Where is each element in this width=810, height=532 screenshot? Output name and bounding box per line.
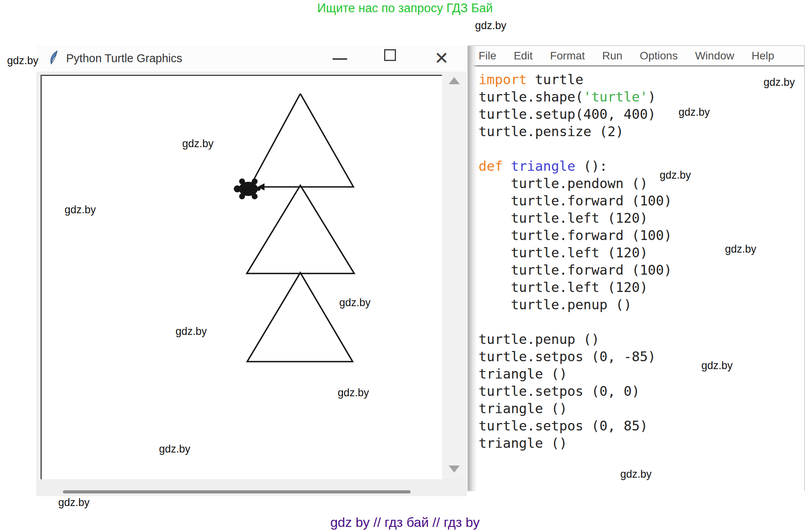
scroll-down-icon[interactable] bbox=[449, 466, 460, 473]
code-line: turtle.forward (100) bbox=[479, 227, 804, 244]
code-line bbox=[479, 313, 804, 331]
tk-feather-icon bbox=[48, 50, 60, 65]
turtle-canvas bbox=[41, 75, 443, 479]
scroll-up-icon[interactable] bbox=[449, 77, 460, 84]
turtle-graphics-window: Python Turtle Graphics ✕ bbox=[36, 45, 467, 496]
close-button[interactable]: ✕ bbox=[432, 46, 451, 71]
menu-file[interactable]: File bbox=[479, 50, 496, 62]
code-line: turtle.pensize (2) bbox=[479, 123, 804, 140]
watermark: gdz.by bbox=[7, 55, 39, 67]
idle-menubar: FileEditFormatRunOptionsWindowHelp bbox=[468, 46, 804, 66]
maximize-button[interactable] bbox=[384, 49, 396, 61]
code-line: def triangle (): bbox=[479, 157, 804, 175]
screen: Ищите нас по запросу ГДЗ Бай Python Turt… bbox=[0, 0, 810, 532]
code-line: turtle.left (120) bbox=[479, 209, 804, 227]
code-line: turtle.shape('turtle') bbox=[479, 88, 804, 105]
code-line: import turtle bbox=[479, 71, 804, 88]
watermark: gdz.by bbox=[475, 20, 507, 32]
code-line: turtle.forward (100) bbox=[479, 192, 804, 209]
page-title: Ищите нас по запросу ГДЗ Бай bbox=[0, 1, 810, 15]
code-line: turtle.left (120) bbox=[479, 279, 804, 296]
code-line: turtle.setpos (0, -85) bbox=[479, 348, 804, 365]
turtle-canvas-svg bbox=[42, 76, 443, 479]
turtle-window-titlebar[interactable]: Python Turtle Graphics ✕ bbox=[36, 45, 467, 72]
code-line: turtle.setpos (0, 85) bbox=[479, 417, 804, 434]
window-title: Python Turtle Graphics bbox=[66, 45, 182, 72]
code-line bbox=[479, 140, 804, 157]
vertical-scrollbar[interactable] bbox=[442, 72, 467, 478]
minimize-button[interactable] bbox=[333, 58, 347, 60]
code-line: turtle.penup () bbox=[479, 331, 804, 348]
code-line: turtle.left (120) bbox=[479, 244, 804, 261]
code-area[interactable]: import turtleturtle.shape('turtle')turtl… bbox=[468, 68, 804, 491]
code-line: turtle.pendown () bbox=[479, 175, 804, 192]
watermark: gdz.by bbox=[58, 497, 90, 509]
code-line: turtle.penup () bbox=[479, 296, 804, 313]
code-line: triangle () bbox=[479, 434, 804, 452]
window-edge-shadow bbox=[468, 46, 477, 491]
code-line: triangle () bbox=[479, 400, 804, 417]
footer-text: gdz by // гдз бай // гдз by bbox=[0, 515, 810, 530]
turtle-cursor-icon bbox=[234, 179, 261, 200]
horizontal-scrollbar-thumb[interactable] bbox=[63, 490, 411, 493]
code-line: turtle.setpos (0, 0) bbox=[479, 382, 804, 400]
menu-window[interactable]: Window bbox=[695, 50, 734, 62]
code-line: triangle () bbox=[479, 365, 804, 382]
menu-help[interactable]: Help bbox=[752, 50, 775, 62]
code-line: turtle.setup(400, 400) bbox=[479, 105, 804, 123]
menu-options[interactable]: Options bbox=[640, 50, 678, 62]
code-line: turtle.forward (100) bbox=[479, 261, 804, 279]
menu-format[interactable]: Format bbox=[550, 50, 585, 62]
menu-run[interactable]: Run bbox=[602, 50, 622, 62]
idle-editor-window: FileEditFormatRunOptionsWindowHelp impor… bbox=[468, 45, 805, 491]
menu-edit[interactable]: Edit bbox=[514, 50, 533, 62]
